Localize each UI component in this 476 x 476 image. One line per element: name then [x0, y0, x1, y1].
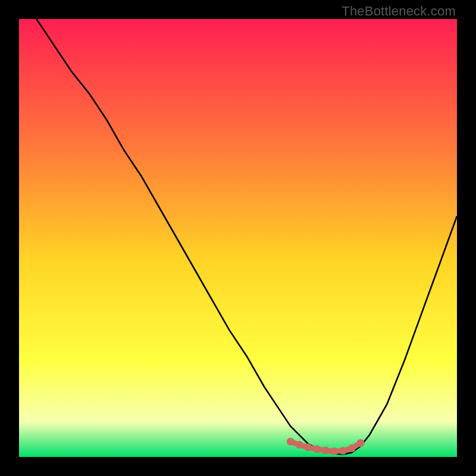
- optimal-dot: [287, 438, 295, 446]
- optimal-dot: [304, 443, 312, 451]
- watermark-text: TheBottleneck.com: [342, 4, 456, 19]
- optimal-dot: [322, 447, 330, 455]
- curve-layer: [19, 19, 457, 457]
- chart-frame: TheBottleneck.com: [0, 0, 476, 476]
- optimal-dot: [296, 441, 303, 449]
- bottleneck-curve: [36, 19, 457, 455]
- optimal-dot: [330, 447, 338, 455]
- optimal-dot: [339, 447, 347, 455]
- plot-area: [19, 19, 457, 457]
- optimal-dot: [357, 439, 365, 447]
- optimal-dot: [348, 444, 356, 452]
- optimal-dot: [313, 445, 321, 453]
